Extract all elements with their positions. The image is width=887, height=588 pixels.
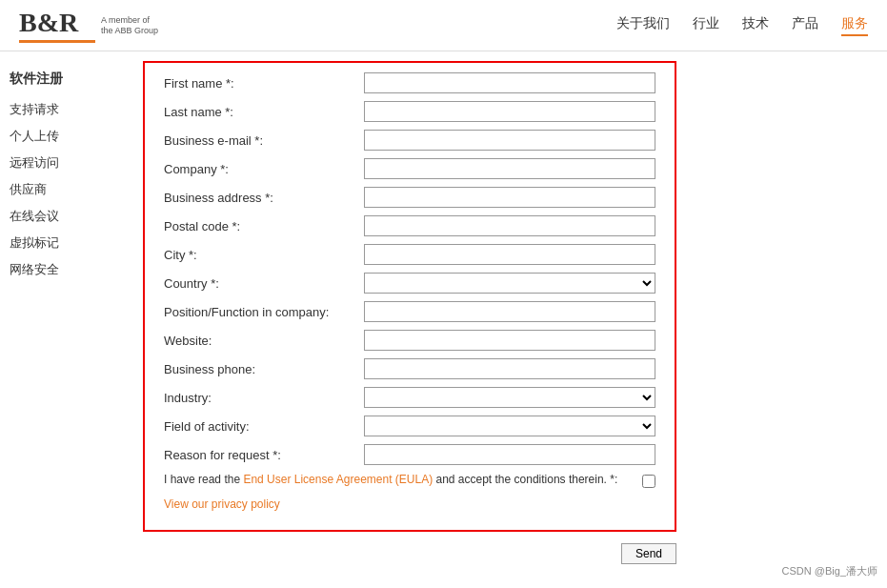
logo-underline — [19, 40, 95, 43]
position-row: Position/Function in company: — [164, 301, 655, 322]
reason-label: Reason for request *: — [164, 448, 364, 462]
reason-row: Reason for request *: — [164, 444, 655, 465]
postal-row: Postal code *: — [164, 215, 655, 236]
industry-select[interactable] — [364, 387, 655, 408]
company-label: Company *: — [164, 162, 364, 176]
postal-input[interactable] — [364, 215, 655, 236]
last-name-row: Last name *: — [164, 101, 655, 122]
first-name-input[interactable] — [364, 72, 655, 93]
sidebar-item-supplier[interactable]: 供应商 — [10, 181, 114, 198]
send-row: Send — [143, 543, 676, 564]
main-nav: 关于我们 行业 技术 产品 服务 — [616, 15, 868, 36]
country-row: Country *: — [164, 273, 655, 294]
sidebar-item-meeting[interactable]: 在线会议 — [10, 208, 114, 225]
industry-row: Industry: — [164, 387, 655, 408]
sidebar-item-support[interactable]: 支持请求 — [10, 101, 114, 118]
last-name-label: Last name *: — [164, 105, 364, 119]
email-input[interactable] — [364, 130, 655, 151]
main-layout: 软件注册 支持请求 个人上传 远程访问 供应商 在线会议 虚拟标记 网络安全 F… — [0, 51, 887, 582]
email-row: Business e-mail *: — [164, 130, 655, 151]
position-input[interactable] — [364, 301, 655, 322]
activity-label: Field of activity: — [164, 419, 364, 434]
website-row: Website: — [164, 330, 655, 351]
logo-r: R — [59, 8, 78, 38]
nav-tech[interactable]: 技术 — [742, 15, 769, 36]
sidebar: 软件注册 支持请求 个人上传 远程访问 供应商 在线会议 虚拟标记 网络安全 — [0, 51, 124, 582]
company-row: Company *: — [164, 158, 655, 179]
sidebar-title: 软件注册 — [10, 71, 114, 88]
eula-text: I have read the End User License Agreeme… — [164, 473, 633, 486]
nav-service[interactable]: 服务 — [841, 15, 868, 36]
phone-label: Business phone: — [164, 362, 364, 376]
city-row: City *: — [164, 244, 655, 265]
postal-label: Postal code *: — [164, 219, 364, 233]
first-name-label: First name *: — [164, 76, 364, 91]
nav-industry[interactable]: 行业 — [693, 15, 719, 36]
website-input[interactable] — [364, 330, 655, 351]
country-select[interactable] — [364, 273, 655, 294]
email-label: Business e-mail *: — [164, 133, 364, 148]
city-input[interactable] — [364, 244, 655, 265]
logo: B & R A member of the ABB Group — [19, 8, 158, 43]
content-area: First name *: Last name *: Business e-ma… — [124, 51, 887, 582]
phone-input[interactable] — [364, 358, 655, 379]
industry-label: Industry: — [164, 391, 364, 405]
country-label: Country *: — [164, 276, 364, 291]
last-name-input[interactable] — [364, 101, 655, 122]
sidebar-item-remote[interactable]: 远程访问 — [10, 154, 114, 172]
logo-amp: & — [37, 8, 59, 38]
send-button[interactable]: Send — [621, 543, 676, 564]
sidebar-item-virtual[interactable]: 虚拟标记 — [10, 234, 114, 252]
nav-product[interactable]: 产品 — [792, 15, 818, 36]
city-label: City *: — [164, 248, 364, 262]
privacy-link[interactable]: View our privacy policy — [164, 497, 655, 511]
logo-subtitle: A member of the ABB Group — [101, 15, 158, 36]
eula-link[interactable]: End User License Agreement (EULA) — [243, 473, 433, 486]
position-label: Position/Function in company: — [164, 305, 364, 319]
company-input[interactable] — [364, 158, 655, 179]
website-label: Website: — [164, 334, 364, 348]
activity-select[interactable] — [364, 416, 655, 436]
header: B & R A member of the ABB Group 关于我们 行业 … — [0, 0, 887, 51]
sidebar-item-security[interactable]: 网络安全 — [10, 261, 114, 278]
eula-section: I have read the End User License Agreeme… — [164, 473, 655, 488]
logo-b: B — [19, 8, 37, 38]
nav-about[interactable]: 关于我们 — [616, 15, 670, 36]
phone-row: Business phone: — [164, 358, 655, 379]
watermark: CSDN @Big_潘大师 — [782, 564, 877, 578]
sidebar-item-upload[interactable]: 个人上传 — [10, 128, 114, 145]
address-row: Business address *: — [164, 187, 655, 208]
registration-form: First name *: Last name *: Business e-ma… — [143, 61, 676, 532]
reason-input[interactable] — [364, 444, 655, 465]
activity-row: Field of activity: — [164, 416, 655, 436]
address-input[interactable] — [364, 187, 655, 208]
address-label: Business address *: — [164, 191, 364, 205]
first-name-row: First name *: — [164, 72, 655, 93]
eula-checkbox[interactable] — [642, 475, 655, 488]
